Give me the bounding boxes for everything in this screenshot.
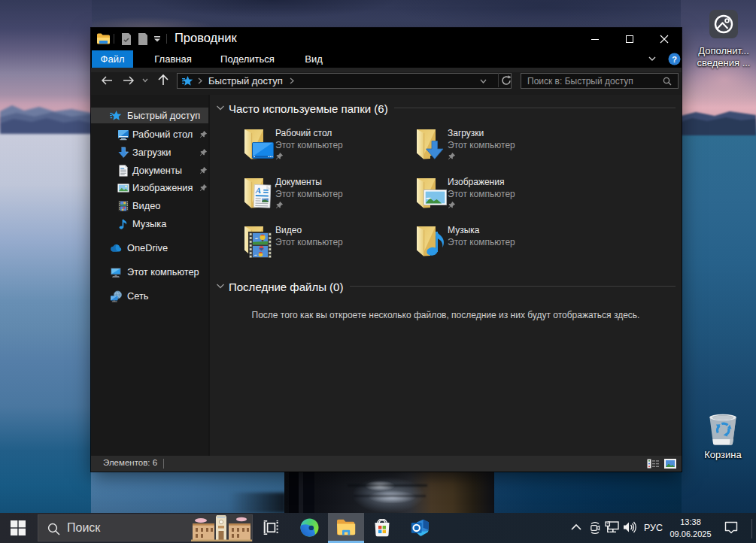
- svg-text:A: A: [255, 186, 262, 195]
- svg-text:?: ?: [672, 55, 677, 64]
